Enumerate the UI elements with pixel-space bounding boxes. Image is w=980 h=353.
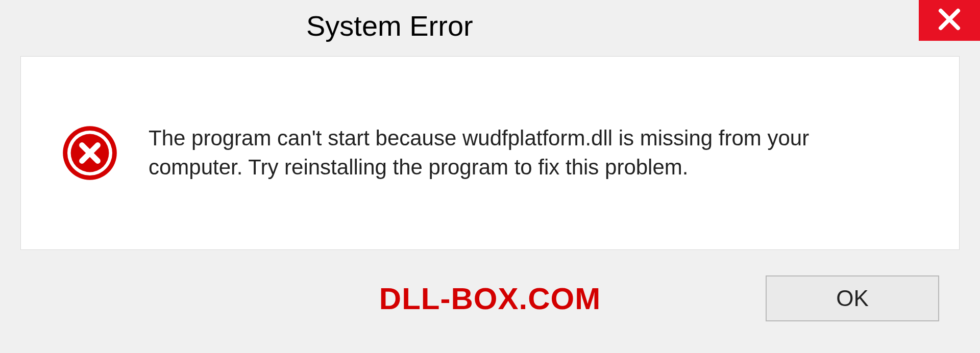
titlebar: System Error xyxy=(0,0,980,51)
dialog-footer: DLL-BOX.COM OK xyxy=(20,250,960,347)
watermark-text: DLL-BOX.COM xyxy=(379,281,601,316)
dialog-title: System Error xyxy=(306,9,473,42)
error-message: The program can't start because wudfplat… xyxy=(149,124,863,182)
close-button[interactable] xyxy=(919,0,980,41)
ok-button[interactable]: OK xyxy=(766,275,939,321)
dialog-content: The program can't start because wudfplat… xyxy=(20,56,960,250)
error-icon xyxy=(62,125,118,181)
close-icon xyxy=(937,7,962,34)
